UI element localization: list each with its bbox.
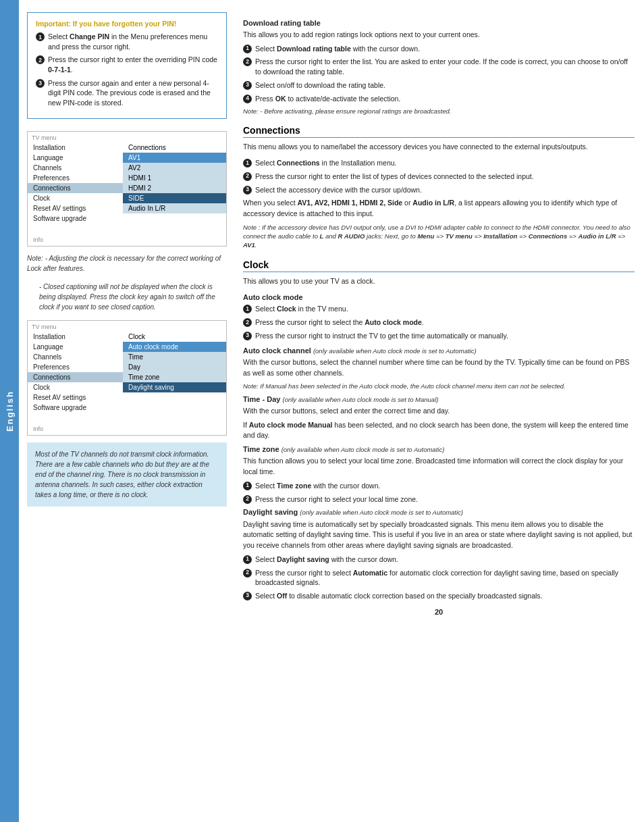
menu2-right-timezone: Time zone — [123, 372, 226, 382]
submenu-connections: Connections — [123, 143, 226, 153]
tv-menu-clock: TV menu Installation Clock Language Auto… — [27, 320, 227, 436]
menu2-left-empty — [28, 413, 123, 423]
tz-title: Time zone — [243, 445, 279, 453]
acm-step-3-text: Press the cursor right to instruct the T… — [255, 331, 508, 341]
conn-step-2-text: Press the cursor right to enter the list… — [255, 172, 534, 182]
dl-step-4-text: Press OK to activate/de-activate the sel… — [255, 94, 400, 104]
tz-step-num-1: 1 — [243, 482, 252, 490]
menu-right-empty2 — [123, 224, 226, 234]
menu-left-reset: Reset AV settings — [28, 203, 123, 213]
auto-clock-mode-title: Auto clock mode — [243, 293, 635, 301]
menu-right-hdmi2: HDMI 2 — [123, 183, 226, 193]
connections-note-italic: Note : If the accessory device has DVI o… — [243, 223, 635, 250]
menu2-right-empty2 — [123, 403, 226, 413]
menu-left-empty1 — [28, 224, 123, 234]
info-box: Most of the TV channels do not transmit … — [27, 442, 227, 507]
submenu-av2: AV2 — [123, 163, 226, 173]
menu-left-installation: Installation — [28, 143, 123, 153]
menu2-right-empty3 — [123, 413, 226, 423]
menu2-row-installation: Installation Clock — [28, 332, 226, 342]
menu-right-connections: Connections — [123, 143, 226, 153]
ds-title: Daylight saving — [243, 508, 298, 516]
submenu-hdmi1: HDMI 1 — [123, 173, 226, 183]
dl-step-num-2: 2 — [243, 57, 252, 66]
acm-step-num-1: 1 — [243, 305, 252, 313]
tz-step-1-text: Select Time zone with the cursor down. — [255, 481, 380, 491]
menu-right-av1: AV1 — [123, 153, 226, 163]
conn-step-1-text: Select Connections in the Installation m… — [255, 158, 397, 168]
tv-menu-2-info: Info — [28, 423, 226, 435]
menu2-right-auto: Auto clock mode — [123, 342, 226, 352]
menu-right-empty1 — [123, 213, 226, 224]
menu2-row-software: Software upgrade — [28, 403, 226, 413]
menu-row-software1: Software upgrade — [28, 213, 226, 224]
menu2-row-clock: Clock Daylight saving — [28, 382, 226, 392]
menu2-row-channels: Channels Time — [28, 352, 226, 362]
submenu2-time: Time — [123, 352, 226, 362]
pin-step-2: 2 Press the cursor right to enter the ov… — [36, 55, 218, 74]
page-number: 20 — [243, 608, 635, 616]
right-column: Download rating table This allows you to… — [236, 12, 635, 810]
menu2-row-connections: Connections Time zone — [28, 372, 226, 382]
tz-step-2-text: Press the cursor right to select your lo… — [255, 494, 418, 505]
ds-step-num-2: 2 — [243, 569, 252, 577]
connections-when-select: When you select AV1, AV2, HDMI 1, HDMI 2… — [243, 198, 635, 220]
connections-step-3: 3 Select the accessory device with the c… — [243, 185, 635, 195]
acm-step-2-text: Press the cursor right to select the Aut… — [255, 317, 424, 328]
pin-step-1-text: Select Change PIN in the Menu preference… — [48, 32, 218, 51]
pin-step-3-text: Press the cursor again and enter a new p… — [48, 78, 218, 108]
sidebar-label: English — [5, 390, 15, 432]
ds-note: (only available when Auto clock mode is … — [300, 509, 463, 516]
menu-row-channels: Channels AV2 — [28, 163, 226, 173]
menu-row-reset: Reset AV settings Audio In L/R — [28, 203, 226, 213]
note-clock-2: - Closed captioning will not be displaye… — [39, 282, 227, 312]
time-zone-section: Time zone (only available when Auto cloc… — [243, 445, 635, 454]
pin-box-title: Important: If you have forgotten your PI… — [36, 20, 218, 28]
ds-step-1-text: Select Daylight saving with the cursor d… — [255, 555, 398, 565]
menu2-right-time: Time — [123, 352, 226, 362]
download-note: Note: - Before activating, please ensure… — [243, 107, 635, 115]
conn-step-num-3: 3 — [243, 186, 252, 195]
td-note: (only available when Auto clock mode is … — [283, 396, 439, 403]
menu2-right-daylight: Daylight saving — [123, 382, 226, 392]
submenu-audio: Audio In L/R — [123, 203, 226, 213]
acm-step-num-3: 3 — [243, 332, 252, 340]
submenu2-timezone: Time zone — [123, 372, 226, 382]
submenu2-clock: Clock — [123, 332, 226, 342]
ds-step-num-3: 3 — [243, 592, 252, 600]
menu-right-hdmi1: HDMI 1 — [123, 173, 226, 183]
page: English Important: If you have forgotten… — [0, 0, 644, 822]
acc-note: (only available when Auto clock mode is … — [313, 347, 477, 355]
conn-step-num-2: 2 — [243, 172, 252, 181]
tz-step-1: 1 Select Time zone with the cursor down. — [243, 481, 635, 491]
daylight-saving-section: Daylight saving (only available when Aut… — [243, 508, 635, 517]
td-desc: With the cursor buttons, select and ente… — [243, 406, 635, 417]
pin-step-1: 1 Select Change PIN in the Menu preferen… — [36, 32, 218, 51]
submenu-side: SIDE — [123, 193, 226, 203]
menu2-row-reset: Reset AV settings — [28, 392, 226, 403]
ds-desc: Daylight saving time is automatically se… — [243, 519, 635, 551]
menu-row-connections: Connections HDMI 2 — [28, 183, 226, 193]
menu2-right-clock: Clock — [123, 332, 226, 342]
download-step-4: 4 Press OK to activate/de-activate the s… — [243, 94, 635, 104]
auto-clock-step-2: 2 Press the cursor right to select the A… — [243, 317, 635, 328]
dl-step-2-text: Press the cursor right to enter the list… — [255, 57, 635, 76]
menu-row-language: Language AV1 — [28, 153, 226, 163]
menu2-row-empty — [28, 413, 226, 423]
menu2-row-language: Language Auto clock mode — [28, 342, 226, 352]
conn-step-num-1: 1 — [243, 159, 252, 168]
menu-row-installation: Installation Connections — [28, 143, 226, 153]
menu-row-empty1 — [28, 224, 226, 234]
menu2-left-channels: Channels — [28, 352, 123, 362]
tv-menu-2-title: TV menu — [28, 321, 226, 332]
menu-left-clock1: Clock — [28, 193, 123, 203]
ds-step-3-text: Select Off to disable automatic clock co… — [255, 591, 543, 601]
conn-step-3-text: Select the accessory device with the cur… — [255, 185, 422, 195]
connections-step-1: 1 Select Connections in the Installation… — [243, 158, 635, 168]
time-day-section: Time - Day (only available when Auto clo… — [243, 395, 635, 404]
ds-step-2: 2 Press the cursor right to select Autom… — [243, 568, 635, 588]
menu-left-software1: Software upgrade — [28, 213, 123, 224]
menu-row-preferences: Preferences HDMI 1 — [28, 173, 226, 183]
menu2-row-preferences: Preferences Day — [28, 362, 226, 372]
submenu-hdmi2: HDMI 2 — [123, 183, 226, 193]
